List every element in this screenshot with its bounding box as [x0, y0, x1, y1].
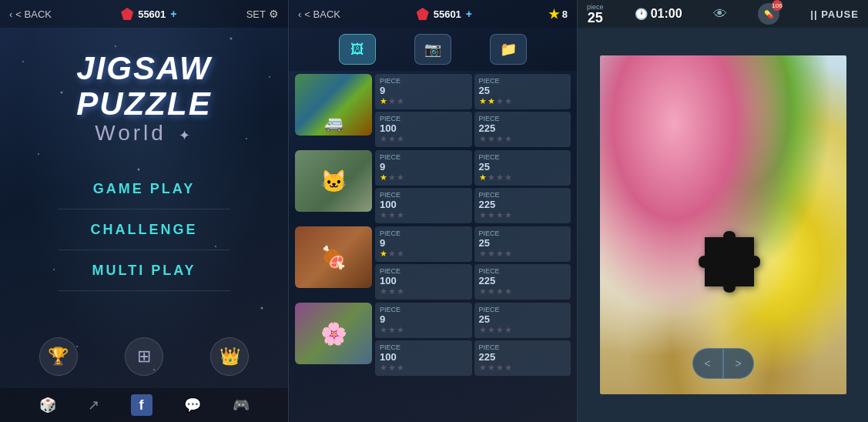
mystery-box-button[interactable]: 🎲: [39, 397, 56, 414]
beach-option-25[interactable]: piece 25 ★ ★ ★ ★: [474, 74, 571, 109]
hint-button[interactable]: 💊 106: [758, 3, 779, 25]
beach-thumbnail[interactable]: [295, 74, 372, 136]
nav-right-button[interactable]: >: [723, 348, 754, 379]
panel3-topbar: piece 25 🕐 01:00 👁 💊 106 || PAUSE: [578, 0, 868, 28]
chat-button[interactable]: 💬: [184, 397, 201, 414]
facebook-button[interactable]: f: [131, 394, 152, 416]
trophy-button[interactable]: 🏆: [39, 337, 78, 376]
puzzle-piece-overlay[interactable]: [699, 231, 760, 293]
hint-count-badge: 106: [772, 0, 783, 11]
star-empty-icon: ★: [496, 325, 504, 335]
cat-option-9[interactable]: piece 9 ★ ★ ★: [375, 150, 472, 186]
food-option-100[interactable]: piece 100 ★ ★ ★: [375, 264, 472, 300]
pause-button[interactable]: || PAUSE: [810, 8, 859, 20]
beach-option-225[interactable]: piece 225 ★ ★ ★ ★: [474, 112, 571, 147]
star-empty-icon: ★: [380, 363, 387, 373]
gem-icon: [121, 8, 133, 20]
star-filled-icon: ★: [488, 96, 495, 106]
cat-option-100[interactable]: piece 100 ★ ★ ★: [375, 188, 472, 223]
flower-option-100[interactable]: piece 100 ★ ★ ★: [375, 340, 472, 376]
star-empty-icon: ★: [496, 286, 504, 296]
nav-left-button[interactable]: <: [692, 348, 723, 379]
star-empty-icon: ★: [388, 363, 396, 373]
star-empty-icon: ★: [380, 210, 387, 220]
star-empty-icon: ★: [496, 210, 504, 220]
chevron-left-icon: <: [704, 357, 710, 370]
crown-icon: 👑: [220, 347, 240, 367]
gem-count-display: 55601 +: [121, 8, 176, 20]
star-empty-icon: ★: [488, 210, 495, 220]
beach-option-9[interactable]: piece 9 ★ ★ ★: [375, 74, 472, 109]
add-gems-button[interactable]: +: [170, 8, 176, 20]
panel2-gem-icon: [417, 8, 429, 20]
panel2-topbar: ‹ < BACK 55601 + ★ 8: [289, 0, 577, 28]
star-filled-icon: ★: [479, 96, 487, 106]
food-thumbnail[interactable]: [295, 226, 372, 288]
panel1-topbar: ‹ < BACK 55601 + SET ⚙: [0, 0, 288, 28]
star-empty-icon: ★: [380, 286, 387, 296]
flower-option-225[interactable]: piece 225 ★ ★ ★ ★: [474, 340, 571, 376]
tab-photo-filter[interactable]: 📷: [414, 34, 451, 65]
back-button[interactable]: ‹ < BACK: [9, 8, 52, 20]
tab-folder[interactable]: 📁: [490, 34, 527, 65]
star-empty-icon: ★: [397, 96, 404, 106]
flower-option-9[interactable]: piece 9 ★ ★ ★: [375, 303, 472, 338]
cat-option-225[interactable]: piece 225 ★ ★ ★ ★: [474, 188, 571, 223]
panel2-back-button[interactable]: ‹ < BACK: [298, 8, 340, 20]
flower-option-25[interactable]: piece 25 ★ ★ ★ ★: [474, 303, 571, 338]
logo-area: JIGSAW PUZZLE World ✦: [0, 28, 288, 161]
star-empty-icon: ★: [488, 249, 495, 259]
share-icon: ↗: [88, 397, 99, 414]
crown-button[interactable]: 👑: [210, 337, 249, 376]
back-label: < BACK: [15, 8, 52, 20]
beach-option-100[interactable]: piece 100 ★ ★ ★: [375, 112, 472, 147]
preview-button[interactable]: 👁: [713, 6, 727, 22]
set-label: SET: [246, 8, 266, 20]
puzzle-photo: [600, 55, 846, 394]
star-empty-icon: ★: [504, 172, 512, 183]
cat-option-25[interactable]: piece 25 ★ ★ ★ ★: [474, 150, 571, 186]
logo-line3: World ✦: [15, 122, 273, 146]
multiplay-menu-item[interactable]: MULTI PLAY: [0, 250, 288, 291]
puzzle-piece-icon: ✦: [179, 129, 193, 144]
logo: JIGSAW PUZZLE World ✦: [15, 51, 273, 146]
star-empty-icon: ★: [380, 134, 387, 144]
star-empty-icon: ★: [504, 325, 512, 335]
panel2-add-gems-button[interactable]: +: [466, 8, 472, 20]
photo-tab-icon: 🖼: [350, 42, 364, 58]
list-item: piece 9 ★ ★ ★ piece 25 ★ ★ ★ ★: [295, 303, 571, 376]
star-empty-icon: ★: [496, 249, 504, 259]
star-empty-icon: ★: [397, 325, 404, 335]
food-options: piece 9 ★ ★ ★ piece 25 ★ ★ ★ ★: [375, 226, 571, 300]
settings-button[interactable]: SET ⚙: [246, 8, 279, 20]
star-empty-icon: ★: [479, 325, 487, 335]
gamepad-button[interactable]: 🎮: [233, 397, 250, 414]
gameplay-menu-item[interactable]: GAME PLAY: [0, 169, 288, 209]
logo-line2: PUZZLE: [15, 86, 273, 122]
gear-icon: ⚙: [269, 8, 279, 20]
trophy-icon: 🏆: [48, 347, 69, 367]
star-empty-icon: ★: [496, 134, 504, 144]
gameplay-panel: piece 25 🕐 01:00 👁 💊 106 || PAUSE: [578, 0, 868, 422]
main-menu-items: GAME PLAY CHALLENGE MULTI PLAY: [0, 169, 288, 291]
food-option-25[interactable]: piece 25 ★ ★ ★ ★: [474, 226, 571, 262]
star-empty-icon: ★: [397, 249, 404, 259]
piece-count-value: 25: [588, 11, 603, 25]
flower-thumbnail[interactable]: [295, 303, 372, 364]
star-empty-icon: ★: [496, 96, 504, 106]
chat-icon: 💬: [184, 397, 201, 414]
grid-button[interactable]: ⊞: [125, 337, 163, 376]
cat-options: piece 9 ★ ★ ★ piece 25 ★ ★ ★ ★: [375, 150, 571, 223]
star-empty-icon: ★: [388, 325, 396, 335]
share-button[interactable]: ↗: [88, 397, 99, 414]
challenge-menu-item[interactable]: CHALLENGE: [0, 209, 288, 250]
food-option-9[interactable]: piece 9 ★ ★ ★: [375, 226, 472, 262]
star-empty-icon: ★: [397, 286, 404, 296]
tab-photo[interactable]: 🖼: [339, 34, 376, 65]
food-option-225[interactable]: piece 225 ★ ★ ★ ★: [474, 264, 571, 300]
eye-icon: 👁: [713, 6, 727, 22]
game-board[interactable]: < >: [578, 28, 868, 422]
clock-icon: 🕐: [635, 8, 648, 20]
cat-thumbnail[interactable]: [295, 150, 372, 212]
grid-icon: ⊞: [137, 347, 151, 367]
